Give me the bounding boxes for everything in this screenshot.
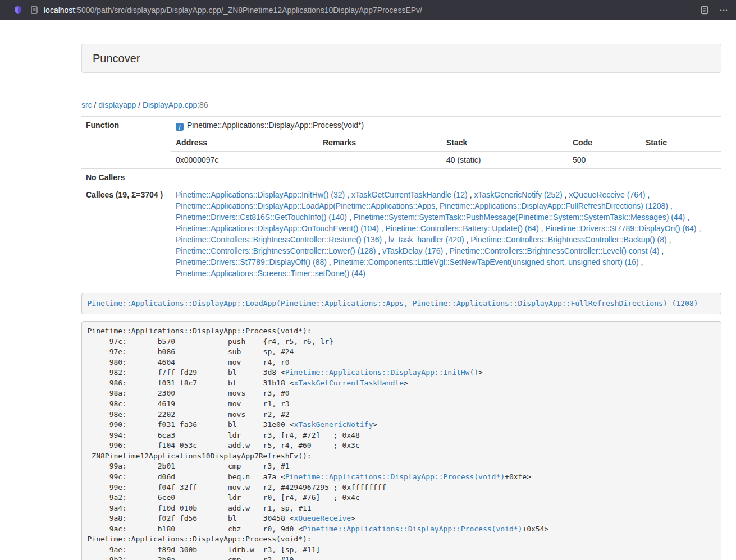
callees-row: Callees (19, Σ=3704 ) Pinetime::Applicat… [81,186,721,282]
stats-row-label [81,134,171,169]
stack-value: 40 (static) [442,152,568,169]
chrome-right-actions [700,6,728,15]
callee-link[interactable]: Pinetime::Drivers::St7789::DisplayOn() (… [545,224,696,233]
callee-link[interactable]: xTaskGenericNotify (252) [474,190,562,199]
callee-link[interactable]: Pinetime::Drivers::St7789::DisplayOff() … [176,258,327,267]
stats-row: Address Remarks Stack Code Static 0x0000… [81,134,721,169]
col-stack: Stack [442,134,568,152]
reader-view-icon[interactable] [700,6,709,15]
callee-link[interactable]: Pinetime::Controllers::BrightnessControl… [176,235,382,244]
callee-link[interactable]: lv_task_handler (420) [388,235,464,244]
symbol-stats-table: Address Remarks Stack Code Static 0x0000… [171,134,721,168]
stats-header-row: Address Remarks Stack Code Static [171,134,721,152]
callee-link[interactable]: Pinetime::Applications::DisplayApp::OnTo… [176,224,379,233]
callee-link[interactable]: Pinetime::Components::LittleVgl::SetNewT… [333,258,639,267]
code-symbol-link[interactable]: Pinetime::Applications::DisplayApp::Proc… [285,472,505,481]
col-address: Address [171,134,318,152]
code-symbol-link[interactable]: Pinetime::Applications::DisplayApp::Init… [285,368,478,377]
highlighted-callee-link[interactable]: Pinetime::Applications::DisplayApp::Load… [88,299,698,307]
function-signature: Pinetime::Applications::DisplayApp::Proc… [187,121,364,130]
function-table: Function ƒPinetime::Applications::Displa… [81,116,721,282]
breadcrumb-link[interactable]: src [81,100,92,109]
callee-link[interactable]: Pinetime::Controllers::Battery::Update()… [386,224,539,233]
url-path: :5000/path/src/displayapp/DisplayApp.cpp… [75,6,422,15]
page-info-icon[interactable] [30,6,38,15]
col-static: Static [641,134,721,152]
callee-link[interactable]: Pinetime::Applications::DisplayApp::Init… [176,190,345,199]
callee-link[interactable]: Pinetime::Controllers::BrightnessControl… [450,246,659,255]
breadcrumb-link[interactable]: DisplayApp.cpp [143,100,197,109]
app-header: Puncover [81,44,721,73]
code-symbol-link[interactable]: xQueueReceive [294,514,351,522]
page-title: Puncover [93,52,140,65]
callee-link[interactable]: xTaskGetCurrentTaskHandle (12) [351,190,468,199]
url-bar[interactable]: localhost:5000/path/src/displayapp/Displ… [44,6,693,15]
function-row-label: Function [81,117,171,134]
page-content: Puncover src / displayapp / DisplayApp.c… [81,44,721,560]
url-host: localhost [44,6,75,15]
callee-link[interactable]: xQueueReceive (764) [569,190,645,199]
breadcrumb-link[interactable]: displayapp [98,100,136,109]
stats-value-row: 0x0000097c 40 (static) 500 [171,152,721,169]
code-symbol-link[interactable]: xTaskGetCurrentTaskHandle [294,379,404,387]
function-icon: ƒ [176,123,184,131]
callees-label: Callees (19, Σ=3704 ) [81,186,171,282]
col-remarks: Remarks [318,134,442,152]
highlighted-callee-box: Pinetime::Applications::DisplayApp::Load… [81,293,721,314]
callees-cell: Pinetime::Applications::DisplayApp::Init… [171,186,721,282]
address-value: 0x0000097c [171,152,318,169]
callee-link[interactable]: vTaskDelay (176) [382,246,443,255]
no-callers-label: No Callers [81,169,171,186]
col-code: Code [568,134,641,152]
callee-link[interactable]: Pinetime::Controllers::BrightnessControl… [176,246,376,255]
browser-chrome: localhost:5000/path/src/displayapp/Displ… [0,0,736,20]
breadcrumb: src / displayapp / DisplayApp.cpp:86 [81,100,721,109]
callee-link[interactable]: Pinetime::Applications::DisplayApp::Load… [176,201,668,210]
function-row: Function ƒPinetime::Applications::Displa… [81,117,721,134]
callee-link[interactable]: Pinetime::System::SystemTask::PushMessag… [354,213,685,222]
divider [81,90,721,90]
overflow-menu-icon[interactable] [719,6,728,15]
static-value [641,152,721,169]
code-value: 500 [568,152,641,169]
line-number: :86 [197,100,208,109]
callee-link[interactable]: Pinetime::Controllers::BrightnessControl… [470,235,666,244]
tracking-protection-shield-icon[interactable] [13,6,22,15]
code-symbol-link[interactable]: Pinetime::Applications::DisplayApp::Proc… [303,525,522,533]
code-symbol-link[interactable]: xTaskGenericNotify [294,420,373,429]
remarks-value [318,152,442,169]
function-signature-cell: ƒPinetime::Applications::DisplayApp::Pro… [171,117,721,134]
no-callers-row: No Callers [81,169,721,186]
no-callers-cell [171,169,721,186]
callee-link[interactable]: Pinetime::Drivers::Cst816S::GetTouchInfo… [176,213,347,222]
disassembly: Pinetime::Applications::DisplayApp::Proc… [81,321,721,560]
callee-link[interactable]: Pinetime::Applications::Screens::Timer::… [176,269,365,278]
